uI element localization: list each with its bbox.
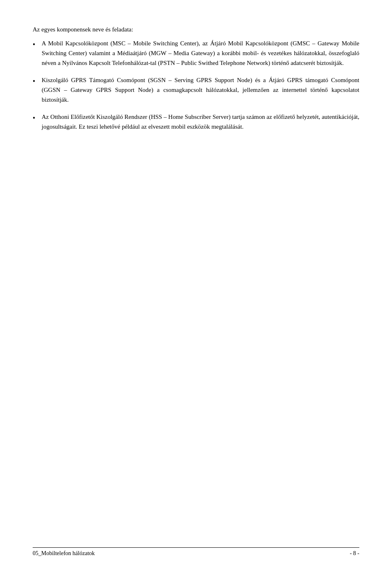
list-item: •Kiszolgáló GPRS Támogató Csomópont (SGS… xyxy=(33,75,359,105)
bullet-text: A Mobil Kapcsolóközpont (MSC – Mobile Sw… xyxy=(42,38,359,68)
bullet-list: •A Mobil Kapcsolóközpont (MSC – Mobile S… xyxy=(33,38,359,132)
intro-text: Az egyes komponensek neve és feladata: xyxy=(33,25,359,34)
bullet-dot-icon: • xyxy=(33,76,42,87)
bullet-text: Kiszolgáló GPRS Támogató Csomópont (SGSN… xyxy=(42,75,359,105)
page-container: Az egyes komponensek neve és feladata: •… xyxy=(0,0,392,569)
footer-right: - 8 - xyxy=(350,550,359,557)
bullet-text: Az Otthoni Előfizetőt Kiszolgáló Rendsze… xyxy=(42,112,359,132)
bullet-dot-icon: • xyxy=(33,39,42,51)
content-area: Az egyes komponensek neve és feladata: •… xyxy=(33,25,359,132)
bullet-dot-icon: • xyxy=(33,112,42,124)
footer-left: 05_Mobiltelefon hálózatok xyxy=(33,550,95,557)
footer: 05_Mobiltelefon hálózatok - 8 - xyxy=(33,547,359,557)
list-item: •A Mobil Kapcsolóközpont (MSC – Mobile S… xyxy=(33,38,359,68)
list-item: •Az Otthoni Előfizetőt Kiszolgáló Rendsz… xyxy=(33,112,359,132)
